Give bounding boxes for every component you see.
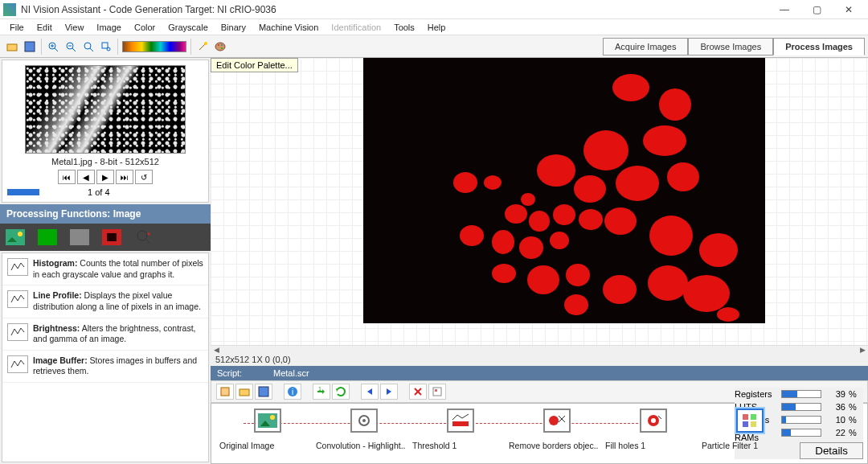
svg-point-16 [218, 44, 219, 46]
palette-icon[interactable] [212, 39, 228, 55]
svg-point-12 [107, 47, 110, 51]
svg-rect-29 [10, 261, 26, 273]
h-scrollbar[interactable]: ◀▶ [211, 345, 868, 353]
function-item[interactable]: Brightness: Alters the brightness, contr… [2, 318, 208, 351]
svg-rect-34 [240, 389, 249, 396]
nav-reload-button[interactable]: ↺ [135, 170, 153, 184]
menu-image[interactable]: Image [90, 21, 128, 34]
script-run-loop-icon[interactable] [332, 384, 350, 400]
function-item[interactable]: Image Buffer: Stores images in buffers a… [2, 351, 208, 383]
svg-rect-35 [259, 387, 268, 396]
zoom-fit-icon[interactable] [80, 39, 96, 55]
category-color-icon[interactable] [37, 228, 58, 246]
menu-view[interactable]: View [59, 21, 91, 34]
menu-grayscale[interactable]: Grayscale [162, 21, 215, 34]
nav-prev-button[interactable]: ◀ [77, 170, 95, 184]
title-bar: NI Vision Assistant - Code Generation Ta… [0, 0, 868, 19]
processed-image [363, 58, 765, 323]
tab-browse[interactable]: Browse Images [688, 38, 773, 55]
pipeline-step[interactable]: Threshold 1 [412, 409, 509, 450]
svg-rect-30 [10, 293, 26, 306]
function-icon [7, 355, 28, 373]
script-next-icon[interactable] [380, 384, 398, 400]
zoom-out-icon[interactable] [63, 39, 79, 55]
pipeline-step-label: Fill holes 1 [605, 441, 702, 450]
stat-label: Registers [735, 389, 781, 399]
nav-next-button[interactable]: ▶ [96, 170, 114, 184]
close-button[interactable]: ✕ [833, 0, 865, 19]
right-panel: Edit Color Palette... [211, 58, 868, 464]
zoom-region-icon[interactable] [98, 39, 114, 55]
wand-icon[interactable] [194, 39, 211, 55]
menu-binary[interactable]: Binary [215, 21, 252, 34]
function-item[interactable]: Line Profile: Displays the pixel value d… [2, 285, 208, 318]
svg-line-26 [146, 240, 150, 244]
pipeline-step-label: Threshold 1 [412, 441, 509, 450]
save-icon[interactable] [22, 39, 38, 55]
pipeline-step[interactable]: Original Image [219, 409, 316, 450]
stat-value: 10 [825, 415, 845, 425]
svg-point-14 [204, 42, 207, 45]
pipeline-step-label: Original Image [219, 441, 316, 450]
pipeline-step[interactable]: Convolution - Highlight.. [316, 409, 412, 450]
remove-border-icon [543, 409, 571, 433]
script-delete-icon[interactable] [409, 384, 427, 400]
image-canvas[interactable] [211, 58, 868, 345]
open-icon[interactable] [4, 39, 20, 55]
function-item[interactable]: Histogram: Counts the total number of pi… [2, 253, 208, 285]
color-palette[interactable] [122, 41, 186, 52]
function-category-bar [0, 224, 211, 251]
threshold-icon [447, 409, 474, 433]
category-binary-icon[interactable] [101, 228, 122, 246]
category-machine-vision-icon[interactable] [133, 228, 154, 246]
menu-help[interactable]: Help [421, 21, 452, 34]
left-panel: Metal1.jpg - 8-bit - 512x512 ⏮ ◀ ▶ ⏭ ↺ 1… [0, 58, 211, 464]
svg-point-9 [84, 43, 91, 49]
function-icon [7, 258, 28, 276]
svg-rect-32 [10, 358, 26, 371]
stat-unit: % [849, 402, 857, 412]
minimize-button[interactable]: — [768, 0, 800, 19]
script-new-icon[interactable] [216, 384, 234, 400]
script-info-icon[interactable]: i [284, 384, 301, 400]
script-prev-icon[interactable] [361, 384, 379, 400]
menu-edit[interactable]: Edit [31, 21, 59, 34]
script-save-icon[interactable] [255, 384, 272, 400]
menu-machine-vision[interactable]: Machine Vision [252, 21, 325, 34]
details-button[interactable]: Details [800, 442, 863, 459]
nav-last-button[interactable]: ⏭ [116, 170, 133, 184]
thumbnail-image[interactable] [25, 65, 186, 154]
stat-unit: % [849, 389, 857, 399]
tab-process[interactable]: Process Images [773, 38, 865, 55]
menu-file[interactable]: File [3, 21, 31, 34]
menu-color[interactable]: Color [128, 21, 162, 34]
category-grayscale-icon[interactable] [69, 228, 90, 246]
svg-rect-55 [751, 414, 756, 420]
thumbnail-progress [7, 189, 39, 195]
particle-filter-icon [736, 409, 764, 433]
function-list[interactable]: Histogram: Counts the total number of pi… [2, 253, 209, 462]
script-run-step-icon[interactable]: 1 [313, 384, 330, 400]
pipeline-step-label: Convolution - Highlight.. [316, 441, 412, 450]
script-edit-icon[interactable] [428, 384, 446, 400]
script-open-icon[interactable] [235, 384, 253, 400]
zoom-in-icon[interactable] [45, 39, 61, 55]
stat-row: Registers 39 % [735, 388, 863, 400]
page-counter: 1 of 4 [88, 187, 110, 197]
thumbnail-panel: Metal1.jpg - 8-bit - 512x512 ⏮ ◀ ▶ ⏭ ↺ 1… [2, 60, 209, 203]
pipeline-step[interactable]: Fill holes 1 [605, 409, 702, 450]
svg-rect-11 [102, 43, 108, 48]
stat-bar [781, 390, 821, 398]
pipeline-step[interactable]: Particle Filter 1 [702, 409, 798, 450]
tab-acquire[interactable]: Acquire Images [603, 38, 688, 55]
menu-tools[interactable]: Tools [387, 21, 421, 34]
stat-value: 36 [825, 402, 845, 412]
category-image-icon[interactable] [5, 228, 26, 246]
pipeline-step-label: Particle Filter 1 [702, 441, 798, 450]
pipeline-step[interactable]: Remove borders objec.. [509, 409, 605, 450]
pipeline-step-label: Remove borders objec.. [509, 441, 605, 450]
nav-first-button[interactable]: ⏮ [58, 170, 76, 184]
svg-rect-24 [107, 233, 117, 241]
maximize-button[interactable]: ▢ [800, 0, 833, 19]
svg-rect-31 [10, 326, 26, 339]
